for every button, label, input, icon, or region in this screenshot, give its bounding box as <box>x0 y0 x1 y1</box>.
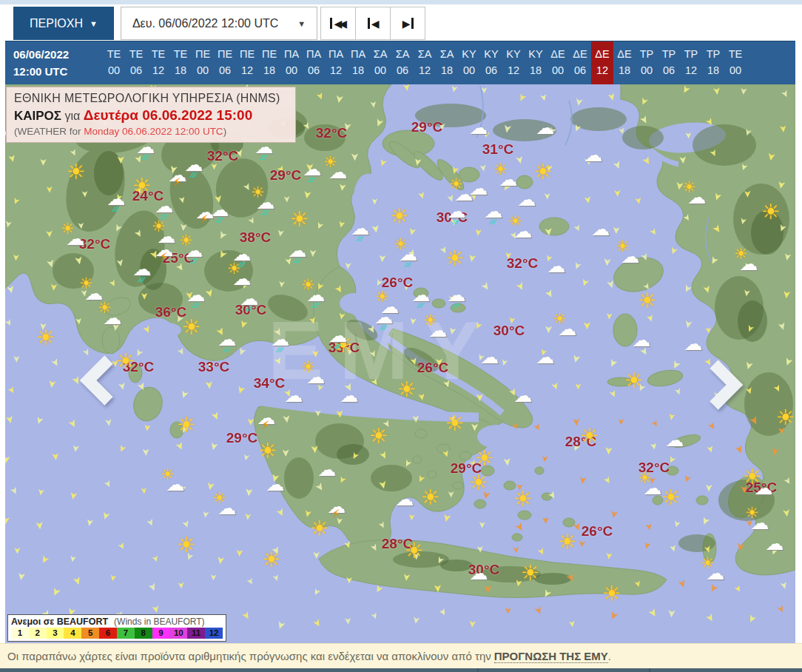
cloud-icon: ☁ <box>315 460 339 479</box>
temperature-label: 34°C <box>254 375 285 392</box>
sun-cloud-icon: ☀☁ <box>426 321 450 340</box>
sun-cloud-icon: ☀☁ <box>64 229 87 248</box>
timeline-step[interactable]: ΔΕ12 <box>591 41 613 84</box>
cloud-icon: ☁ <box>663 431 687 449</box>
timeline-step[interactable]: ΤΕ00 <box>103 47 125 84</box>
temperature-label: 29°C <box>411 119 442 135</box>
timeline-step[interactable]: ΚΥ12 <box>502 47 525 84</box>
cloud-icon: ☁ <box>393 490 417 508</box>
sun-cloud-icon: ☀☁ <box>748 514 772 532</box>
cloud-icon: ☁ <box>630 331 653 349</box>
region-dropdown-button[interactable]: ΠΕΡΙΟΧΗ ▼ <box>13 7 114 40</box>
closing-paren: ) <box>223 126 227 137</box>
timeline-step[interactable]: ΔΕ00 <box>547 47 569 84</box>
timeline-step[interactable]: ΚΥ00 <box>458 47 480 84</box>
footer-separator <box>649 668 650 672</box>
sun-icon: ☀ <box>308 518 331 540</box>
rain-cloud-icon: ☁∕∕∕ <box>237 289 261 313</box>
temperature-label: 26°C <box>582 523 613 540</box>
timeline-step[interactable]: ΤΕ12 <box>147 47 169 84</box>
cloud-icon: ☁ <box>515 190 539 209</box>
sun-icon: ☀ <box>130 175 154 197</box>
weather-for-label: (WEATHER for <box>14 126 84 137</box>
weather-map[interactable]: EMY ➤➤➤➤➤➤➤➤➤➤➤➤➤➤➤➤➤➤➤➤➤➤➤➤➤➤➤➤➤➤➤➤➤➤➤➤… <box>5 84 795 643</box>
rain-cloud-icon: ☁∕∕∕ <box>152 197 176 221</box>
sun-icon: ☀ <box>288 209 311 230</box>
rain-cloud-icon: ☁∕∕∕ <box>286 241 309 265</box>
timeline-step[interactable]: ΠΕ06 <box>214 47 236 84</box>
step-forward-button[interactable]: ▶ <box>391 7 425 40</box>
cloud-icon: ☁ <box>533 118 557 137</box>
beaufort-cell: 5 <box>81 628 99 639</box>
rain-cloud-icon: ☁∕∕∕ <box>445 286 468 309</box>
sun-icon: ☀ <box>260 549 283 571</box>
sun-cloud-icon: ☀☁ <box>215 499 239 517</box>
timeline-step[interactable]: ΤΕ18 <box>169 47 192 84</box>
timeline-step[interactable]: ΠΑ12 <box>325 47 347 84</box>
datetime-select[interactable]: Δευ. 06/06/2022 12:00 UTC ▼ <box>121 7 317 40</box>
map-markers: 32°C29°C31°C32°C29°C24°C30°C38°C32°C25°C… <box>5 84 795 643</box>
cloud-icon: ☁ <box>467 179 491 198</box>
timeline-step[interactable]: ΔΕ06 <box>569 47 591 84</box>
timeline-step[interactable]: ΣΑ06 <box>391 47 414 84</box>
chevron-down-icon: ▼ <box>297 19 306 28</box>
temperature-label: 26°C <box>417 360 448 376</box>
timeline-step[interactable]: ΤΕ06 <box>125 47 147 84</box>
sun-icon: ☀ <box>395 379 419 400</box>
timeline-step[interactable]: ΣΑ18 <box>436 47 458 84</box>
sun-icon: ☀ <box>467 472 491 494</box>
legend-title-greek: Ανεμοι σε BEAUFORT <box>11 616 108 627</box>
timeline-step[interactable]: ΠΕ12 <box>236 47 258 84</box>
timeline-step[interactable]: ΠΑ00 <box>280 47 303 84</box>
sun-icon: ☀ <box>473 448 496 469</box>
sun-icon: ☀ <box>180 317 203 338</box>
sun-cloud-icon: ☀☁ <box>230 269 254 288</box>
sun-icon: ☀ <box>636 290 659 312</box>
sun-icon: ☀ <box>622 370 646 392</box>
previous-map-arrow[interactable] <box>76 354 118 407</box>
timeline-step[interactable]: ΤΡ00 <box>636 47 658 84</box>
thunderstorm-icon: ☁⚡ <box>255 409 278 427</box>
timeline-current-datetime: 06/06/2022 12:00 UTC <box>5 41 103 84</box>
skip-to-first-button[interactable]: ◀◀ <box>320 7 356 40</box>
rain-cloud-icon: ☁∕∕∕ <box>326 326 350 350</box>
timeline-step[interactable]: ΣΑ00 <box>369 47 391 84</box>
sun-cloud-icon: ☀☁ <box>619 247 642 266</box>
timeline-step[interactable]: ΔΕ18 <box>613 47 636 84</box>
sun-rain-cloud-icon: ☀☁∕∕∕ <box>304 286 328 309</box>
sun-icon: ☀ <box>175 534 198 556</box>
timeline-step[interactable]: ΠΑ18 <box>347 47 369 84</box>
step-back-button[interactable]: ◀ <box>356 7 391 40</box>
sun-icon: ☀ <box>511 488 535 510</box>
cloud-icon: ☁ <box>511 386 535 405</box>
temperature-label: 32°C <box>207 148 238 164</box>
bar-icon <box>330 18 332 29</box>
sun-icon: ☀ <box>367 426 391 447</box>
rain-cloud-icon: ☁∕∕∕ <box>230 245 254 269</box>
rain-cloud-icon: ☁∕∕∕ <box>445 202 468 226</box>
rain-cloud-icon: ☁∕∕∕ <box>184 286 208 309</box>
beaufort-cell: 8 <box>135 628 152 639</box>
timeline-step[interactable]: ΠΕ18 <box>258 47 280 84</box>
beaufort-cell: 2 <box>29 628 47 639</box>
timeline-step[interactable]: ΚΥ18 <box>525 47 547 84</box>
beaufort-legend: Ανεμοι σε BEAUFORT (Winds in BEAUFORT) 1… <box>7 614 226 642</box>
timeline-step[interactable]: ΤΡ12 <box>680 47 702 84</box>
sun-cloud-icon: ☀☁ <box>304 368 328 386</box>
emy-forecast-link[interactable]: ΠΡΟΓΝΩΣΗ ΤΗΣ ΕΜΥ <box>494 650 608 663</box>
sun-icon: ☀ <box>419 487 442 508</box>
sun-icon: ☀ <box>578 426 602 447</box>
next-map-arrow[interactable] <box>705 358 747 411</box>
timeline-step[interactable]: ΤΕ00 <box>724 47 747 84</box>
timeline-step[interactable]: ΤΡ06 <box>658 47 680 84</box>
timeline-step[interactable]: ΤΡ18 <box>702 47 724 84</box>
timeline-step[interactable]: ΣΑ12 <box>414 47 436 84</box>
disclaimer-text: Οι παραπάνω χάρτες είναι προϊόντα αριθμη… <box>7 650 491 662</box>
cloud-icon: ☁ <box>752 479 775 497</box>
timeline-step[interactable]: ΚΥ06 <box>480 47 502 84</box>
timeline-step[interactable]: ΠΕ00 <box>192 47 214 84</box>
chevron-down-icon: ▼ <box>90 19 98 28</box>
beaufort-cell: 11 <box>187 628 205 639</box>
timeline-step[interactable]: ΠΑ06 <box>303 47 325 84</box>
sun-icon: ☀ <box>443 413 467 434</box>
